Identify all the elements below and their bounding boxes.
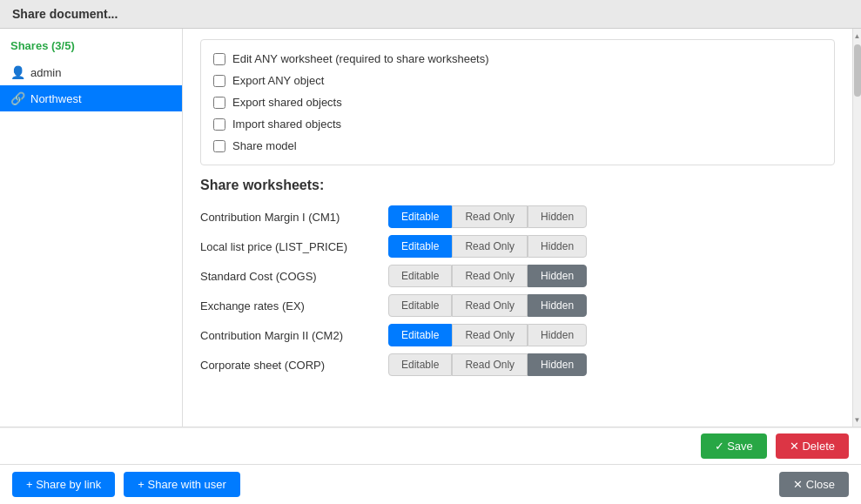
worksheet-name-cm2: Contribution Margin II (CM2) bbox=[200, 329, 383, 342]
sidebar-item-admin[interactable]: 👤 admin bbox=[0, 59, 182, 85]
btn-ex-editable[interactable]: Editable bbox=[388, 294, 452, 317]
user-icon: 👤 bbox=[10, 65, 25, 79]
checkbox-row-share-model: Share model bbox=[213, 139, 822, 152]
modal-header: Share document... bbox=[0, 0, 861, 29]
btn-list-editable[interactable]: Editable bbox=[388, 235, 452, 258]
checkbox-export-shared[interactable] bbox=[213, 97, 225, 109]
checkbox-export-any-label: Export ANY object bbox=[232, 74, 324, 87]
sidebar-item-northwest[interactable]: 🔗 Northwest bbox=[0, 85, 182, 111]
modal: Share document... Shares (3/5) 👤 admin 🔗… bbox=[0, 0, 861, 504]
checkbox-share-model-label: Share model bbox=[232, 139, 297, 152]
btn-group-cogs: Editable Read Only Hidden bbox=[388, 265, 587, 287]
checkbox-group: Edit ANY worksheet (required to share wo… bbox=[200, 39, 835, 165]
btn-cogs-readonly[interactable]: Read Only bbox=[452, 265, 528, 287]
checkbox-row-edit-any: Edit ANY worksheet (required to share wo… bbox=[213, 52, 822, 65]
checkbox-edit-any-label: Edit ANY worksheet (required to share wo… bbox=[232, 52, 489, 65]
btn-list-hidden[interactable]: Hidden bbox=[528, 235, 587, 258]
btn-cm1-editable[interactable]: Editable bbox=[388, 205, 452, 228]
worksheet-row-cm2: Contribution Margin II (CM2) Editable Re… bbox=[200, 324, 835, 346]
btn-group-cm2: Editable Read Only Hidden bbox=[388, 324, 587, 346]
btn-cogs-hidden[interactable]: Hidden bbox=[528, 265, 587, 287]
worksheet-row-list: Local list price (LIST_PRICE) Editable R… bbox=[200, 235, 835, 258]
close-button[interactable]: ✕ Close bbox=[779, 472, 849, 497]
worksheet-name-corp: Corporate sheet (CORP) bbox=[200, 359, 383, 372]
checkbox-share-model[interactable] bbox=[213, 140, 225, 152]
worksheet-row-cm1: Contribution Margin I (CM1) Editable Rea… bbox=[200, 205, 835, 228]
scrollbar-thumb[interactable] bbox=[854, 44, 861, 97]
btn-ex-hidden[interactable]: Hidden bbox=[528, 294, 587, 317]
checkbox-export-any[interactable] bbox=[213, 75, 225, 87]
delete-button[interactable]: ✕ Delete bbox=[776, 433, 849, 459]
btn-group-cm1: Editable Read Only Hidden bbox=[388, 205, 587, 228]
worksheet-name-list: Local list price (LIST_PRICE) bbox=[200, 240, 383, 253]
main-content: Edit ANY worksheet (required to share wo… bbox=[183, 29, 852, 427]
worksheets-heading: Share worksheets: bbox=[200, 178, 835, 193]
save-button[interactable]: ✓ Save bbox=[701, 433, 767, 459]
share-by-link-button[interactable]: + Share by link bbox=[12, 472, 115, 497]
worksheet-row-cogs: Standard Cost (COGS) Editable Read Only … bbox=[200, 265, 835, 287]
worksheet-row-corp: Corporate sheet (CORP) Editable Read Onl… bbox=[200, 353, 835, 376]
modal-title: Share document... bbox=[12, 7, 118, 21]
scroll-down-arrow[interactable]: ▼ bbox=[853, 413, 862, 427]
btn-cm1-hidden[interactable]: Hidden bbox=[528, 205, 587, 228]
btn-corp-readonly[interactable]: Read Only bbox=[452, 353, 528, 376]
share-with-user-button[interactable]: + Share with user bbox=[124, 472, 240, 497]
btn-corp-editable[interactable]: Editable bbox=[388, 353, 452, 376]
checkbox-export-shared-label: Export shared objects bbox=[232, 96, 342, 109]
sidebar-admin-label: admin bbox=[30, 66, 61, 79]
btn-cogs-editable[interactable]: Editable bbox=[388, 265, 452, 287]
worksheet-name-cm1: Contribution Margin I (CM1) bbox=[200, 211, 383, 224]
btn-cm1-readonly[interactable]: Read Only bbox=[452, 205, 528, 228]
checkbox-edit-any[interactable] bbox=[213, 53, 225, 65]
checkbox-import-shared-label: Import shared objects bbox=[232, 118, 341, 131]
sidebar-northwest-label: Northwest bbox=[30, 92, 82, 105]
worksheet-row-ex: Exchange rates (EX) Editable Read Only H… bbox=[200, 294, 835, 317]
checkbox-row-export-any: Export ANY object bbox=[213, 74, 822, 87]
shares-text: Shares bbox=[10, 39, 48, 52]
worksheet-name-ex: Exchange rates (EX) bbox=[200, 299, 383, 312]
scroll-up-arrow[interactable]: ▲ bbox=[853, 29, 862, 43]
shares-count: (3/5) bbox=[51, 39, 75, 52]
btn-ex-readonly[interactable]: Read Only bbox=[452, 294, 528, 317]
shares-label: Shares (3/5) bbox=[0, 36, 182, 59]
checkbox-import-shared[interactable] bbox=[213, 118, 225, 131]
scrollbar-track[interactable]: ▲ ▼ bbox=[852, 29, 861, 427]
btn-cm2-editable[interactable]: Editable bbox=[388, 324, 452, 346]
worksheet-name-cogs: Standard Cost (COGS) bbox=[200, 270, 383, 283]
btn-group-list: Editable Read Only Hidden bbox=[388, 235, 587, 258]
btn-group-ex: Editable Read Only Hidden bbox=[388, 294, 587, 317]
btn-corp-hidden[interactable]: Hidden bbox=[528, 353, 587, 376]
link-icon: 🔗 bbox=[10, 91, 25, 105]
sidebar: Shares (3/5) 👤 admin 🔗 Northwest bbox=[0, 29, 183, 427]
modal-body: Shares (3/5) 👤 admin 🔗 Northwest Edit AN… bbox=[0, 29, 861, 427]
btn-group-corp: Editable Read Only Hidden bbox=[388, 353, 587, 376]
worksheets-section: Share worksheets: Contribution Margin I … bbox=[200, 178, 835, 376]
checkbox-row-export-shared: Export shared objects bbox=[213, 96, 822, 109]
checkbox-row-import-shared: Import shared objects bbox=[213, 118, 822, 131]
btn-list-readonly[interactable]: Read Only bbox=[452, 235, 528, 258]
btn-cm2-hidden[interactable]: Hidden bbox=[528, 324, 587, 346]
btn-cm2-readonly[interactable]: Read Only bbox=[452, 324, 528, 346]
